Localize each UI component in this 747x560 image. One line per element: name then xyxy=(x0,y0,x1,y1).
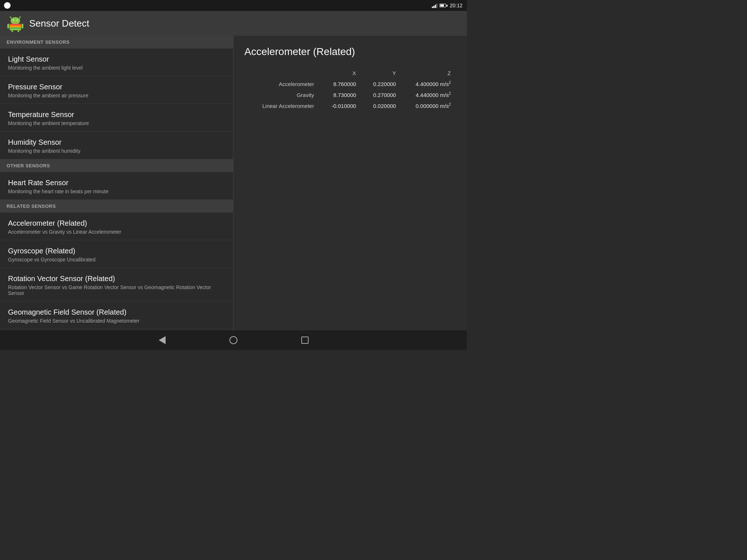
svg-rect-11 xyxy=(22,24,23,28)
svg-rect-13 xyxy=(18,30,19,32)
sensor-item-desc: Monitoring the ambient air pressure xyxy=(8,93,225,98)
nav-bar xyxy=(0,330,467,350)
sensor-item[interactable]: Temperature SensorMonitoring the ambient… xyxy=(0,104,233,132)
detail-title: Accelerometer (Related) xyxy=(244,46,456,58)
main-content: ENVIRONMENT SENSORSLight SensorMonitorin… xyxy=(0,36,467,330)
svg-rect-12 xyxy=(11,30,13,32)
app-bar: Sensor Detect xyxy=(0,11,467,36)
left-panel: ENVIRONMENT SENSORSLight SensorMonitorin… xyxy=(0,36,233,330)
sensor-item[interactable]: Pressure SensorMonitoring the ambient ai… xyxy=(0,76,233,104)
row-label: Accelerometer xyxy=(244,78,319,89)
sensor-item-desc: Rotation Vector Sensor vs Game Rotation … xyxy=(8,284,225,296)
svg-rect-8 xyxy=(9,26,21,27)
row-z: 4.400000 m/s2 xyxy=(401,78,456,89)
row-x: 8.730000 xyxy=(319,89,361,100)
svg-point-4 xyxy=(13,20,14,21)
sensor-item-desc: Monitoring the ambient humidity xyxy=(8,148,225,154)
row-z: 4.440000 m/s2 xyxy=(401,89,456,100)
ghost-icon xyxy=(4,2,11,9)
col-header-y: Y xyxy=(361,68,401,78)
back-button[interactable] xyxy=(155,334,169,347)
sensor-item-desc: Monitoring the heart rate in beats per m… xyxy=(8,188,225,194)
row-label: Gravity xyxy=(244,89,319,100)
sensor-item-name: Rotation Vector Sensor (Related) xyxy=(8,275,225,283)
row-z: 0.000000 m/s2 xyxy=(401,100,456,111)
sensor-item[interactable]: Geomagnetic Field Sensor (Related)Geomag… xyxy=(0,302,233,329)
sensor-item[interactable]: Gyroscope (Related)Gyroscope vs Gyroscop… xyxy=(0,240,233,268)
sensor-item[interactable]: Light SensorMonitoring the ambient light… xyxy=(0,48,233,76)
app-title: Sensor Detect xyxy=(29,18,89,29)
row-y: 0.220000 xyxy=(361,78,401,89)
col-header-label xyxy=(244,68,319,78)
section-header-other: OTHER SENSORS xyxy=(0,159,233,172)
svg-point-3 xyxy=(11,17,20,24)
svg-rect-7 xyxy=(9,24,21,26)
sensor-item-desc: Monitoring the ambient temperature xyxy=(8,120,225,126)
table-header-row: X Y Z xyxy=(244,68,456,78)
sensor-item-name: Light Sensor xyxy=(8,55,225,63)
battery-icon xyxy=(440,4,448,7)
sensor-item-desc: Monitoring the ambient light level xyxy=(8,65,225,71)
row-y: 0.020000 xyxy=(361,100,401,111)
sensor-table-body: Accelerometer8.7600000.2200004.400000 m/… xyxy=(244,78,456,111)
col-header-x: X xyxy=(319,68,361,78)
sensor-data-table: X Y Z Accelerometer8.7600000.2200004.400… xyxy=(244,68,456,111)
right-panel: Accelerometer (Related) X Y Z Accelerome… xyxy=(233,36,467,330)
row-x: -0.010000 xyxy=(319,100,361,111)
status-icons: 20:12 xyxy=(432,3,462,8)
back-icon xyxy=(159,336,166,344)
sensor-item-name: Heart Rate Sensor xyxy=(8,179,225,187)
table-row: Accelerometer8.7600000.2200004.400000 m/… xyxy=(244,78,456,89)
app-logo xyxy=(7,15,24,32)
signal-icon xyxy=(432,3,437,8)
col-header-z: Z xyxy=(401,68,456,78)
table-row: Linear Accelerometer-0.0100000.0200000.0… xyxy=(244,100,456,111)
sensor-item-name: Geomagnetic Field Sensor (Related) xyxy=(8,308,225,316)
sensor-item-name: Gyroscope (Related) xyxy=(8,247,225,255)
status-bar: 20:12 xyxy=(0,0,467,11)
sensor-item-name: Accelerometer (Related) xyxy=(8,219,225,228)
sensor-item[interactable]: Heart Rate SensorMonitoring the heart ra… xyxy=(0,172,233,200)
home-button[interactable] xyxy=(227,334,240,347)
svg-rect-9 xyxy=(9,27,21,29)
sensor-item-name: Temperature Sensor xyxy=(8,110,225,119)
row-y: 0.270000 xyxy=(361,89,401,100)
svg-point-0 xyxy=(4,2,11,9)
sensor-item[interactable]: Accelerometer (Related)Accelerometer vs … xyxy=(0,213,233,240)
svg-point-5 xyxy=(17,20,18,21)
sensor-item-desc: Gyroscope vs Gyroscope Uncalibrated xyxy=(8,257,225,262)
sensor-item-name: Pressure Sensor xyxy=(8,83,225,91)
recents-button[interactable] xyxy=(298,334,311,347)
table-row: Gravity8.7300000.2700004.440000 m/s2 xyxy=(244,89,456,100)
sensor-item[interactable]: Humidity SensorMonitoring the ambient hu… xyxy=(0,132,233,159)
section-header-related: RELATED SENSORS xyxy=(0,200,233,213)
row-x: 8.760000 xyxy=(319,78,361,89)
recents-icon xyxy=(301,337,309,344)
svg-rect-10 xyxy=(7,24,9,28)
sensor-item-name: Humidity Sensor xyxy=(8,138,225,147)
home-icon xyxy=(229,336,237,344)
status-time: 20:12 xyxy=(450,3,462,8)
sensor-item-desc: Accelerometer vs Gravity vs Linear Accel… xyxy=(8,229,225,235)
sensor-item-desc: Geomagnetic Field Sensor vs Uncalibrated… xyxy=(8,318,225,324)
sensor-item[interactable]: Rotation Vector Sensor (Related)Rotation… xyxy=(0,268,233,302)
row-label: Linear Accelerometer xyxy=(244,100,319,111)
section-header-environment: ENVIRONMENT SENSORS xyxy=(0,36,233,48)
